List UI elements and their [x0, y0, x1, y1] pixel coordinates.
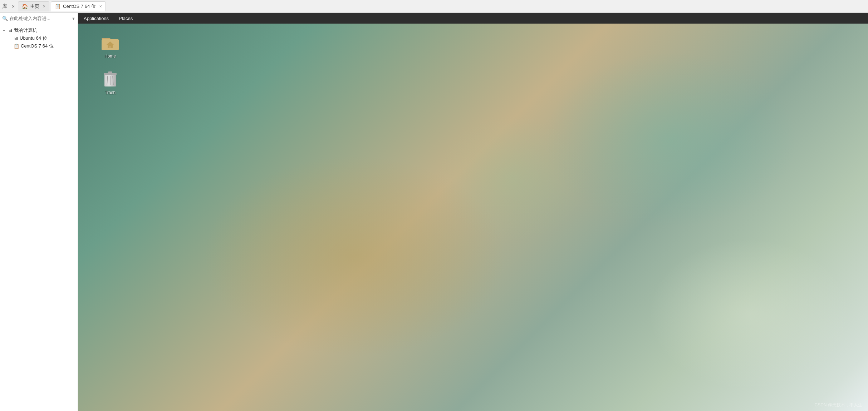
svg-rect-12 — [105, 75, 107, 85]
tree-centos-icon: 📋 — [14, 44, 19, 49]
tree-item-ubuntu[interactable]: 🖥 Ubuntu 64 位 — [7, 34, 76, 42]
tree-root-label: 我的计算机 — [14, 27, 37, 34]
search-dropdown-icon[interactable]: ▼ — [72, 16, 75, 21]
search-icon: 🔍 — [2, 16, 8, 21]
gnome-applications-menu[interactable]: Applications — [82, 16, 111, 21]
tree-expand-icon: − — [3, 28, 8, 33]
desktop-icons: Home — [96, 31, 124, 96]
tree-item-centos[interactable]: 📋 CentOS 7 64 位 — [7, 42, 76, 50]
search-input[interactable] — [9, 16, 70, 21]
main-area: 🔍 ▼ − 🖥 我的计算机 🖥 Ubuntu 64 位 — [0, 13, 868, 411]
tree-computer-icon: 🖥 — [8, 28, 13, 33]
desktop-area: Applications Places — [78, 13, 868, 411]
home-folder-icon — [100, 32, 120, 52]
trash-icon-label: Trash — [105, 90, 116, 95]
tab-centos-close[interactable]: × — [99, 4, 102, 9]
trash-can-icon — [100, 69, 120, 89]
window-title: 库 — [2, 3, 7, 10]
sidebar-search-bar: 🔍 ▼ — [0, 13, 78, 24]
tab-home-icon: 🏠 — [22, 4, 28, 9]
tree-ubuntu-label: Ubuntu 64 位 — [20, 35, 47, 41]
home-icon-label: Home — [104, 54, 116, 59]
tree-centos-label: CentOS 7 64 位 — [21, 43, 54, 49]
sidebar: 🔍 ▼ − 🖥 我的计算机 🖥 Ubuntu 64 位 — [0, 13, 78, 411]
tab-centos-icon: 📋 — [55, 4, 61, 9]
svg-rect-8 — [108, 71, 112, 73]
top-bar: 库 × 🏠 主页 × 📋 CentOS 7 64 位 × — [0, 0, 868, 13]
desktop-icon-home[interactable]: Home — [96, 31, 124, 60]
gnome-places-menu[interactable]: Places — [117, 16, 135, 21]
tab-centos[interactable]: 📋 CentOS 7 64 位 × — [51, 1, 106, 11]
tab-centos-label: CentOS 7 64 位 — [63, 3, 96, 10]
svg-rect-4 — [109, 46, 111, 48]
desktop-background: Home — [78, 24, 868, 411]
tree-children: 🖥 Ubuntu 64 位 📋 CentOS 7 64 位 — [7, 34, 76, 50]
tree-ubuntu-icon: 🖥 — [14, 36, 18, 41]
window-close-button[interactable]: × — [10, 3, 16, 10]
tab-home-label: 主页 — [30, 3, 39, 10]
gnome-panel: Applications Places — [78, 13, 868, 24]
tab-home-close[interactable]: × — [43, 4, 45, 9]
tree-item-my-computer[interactable]: − 🖥 我的计算机 — [1, 26, 76, 34]
desktop-icon-trash[interactable]: Trash — [96, 67, 124, 96]
sidebar-tree: − 🖥 我的计算机 🖥 Ubuntu 64 位 📋 CentOS 7 64 位 — [0, 24, 78, 411]
watermark: CSDN @无技术，不人生 — [814, 402, 862, 408]
tab-home[interactable]: 🏠 主页 × — [18, 1, 49, 11]
